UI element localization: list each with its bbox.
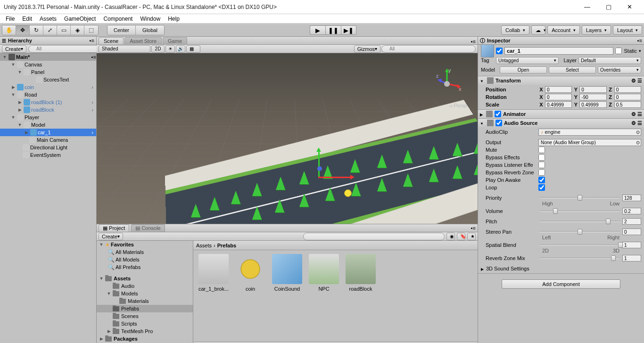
menu-file[interactable]: File: [2, 15, 18, 23]
step-button[interactable]: ▶❚: [341, 25, 356, 35]
layer-dropdown[interactable]: Default: [578, 57, 641, 64]
audio-toggle[interactable]: 🔊: [176, 45, 185, 53]
static-checkbox[interactable]: [615, 48, 622, 54]
add-component-button[interactable]: Add Component: [502, 279, 620, 289]
project-folder-tree[interactable]: ▼★ Favorites 🔍 All Materials 🔍 All Model…: [97, 241, 193, 343]
favorites-header[interactable]: ▼★ Favorites: [97, 241, 193, 248]
scale-x[interactable]: [545, 101, 572, 108]
search-filter-1[interactable]: ◉: [446, 233, 455, 240]
prefab-open-button[interactable]: Open: [500, 66, 547, 74]
pitch-slider[interactable]: [539, 220, 620, 222]
panel-menu-icon[interactable]: ▪≡: [471, 39, 476, 44]
asset-item[interactable]: coin: [234, 254, 267, 292]
tab-game[interactable]: Game: [163, 37, 187, 44]
layers-dropdown[interactable]: Layers: [582, 25, 611, 35]
save-favorite[interactable]: ★: [467, 233, 476, 240]
packages-folder[interactable]: ▶ Packages: [97, 335, 193, 343]
project-search[interactable]: [303, 233, 445, 240]
asset-item[interactable]: CoinSound: [271, 254, 304, 292]
collab-dropdown[interactable]: Collab: [501, 25, 529, 35]
rot-y[interactable]: [579, 94, 606, 100]
account-dropdown[interactable]: Account: [547, 25, 580, 35]
mode-2d-toggle[interactable]: 2D: [151, 45, 165, 53]
pitch-value[interactable]: [622, 218, 641, 225]
asset-grid[interactable]: car_1_brok... coin CoinSound NPC roadBlo…: [193, 250, 478, 342]
rotate-tool[interactable]: ↻: [30, 25, 43, 35]
reverb-slider[interactable]: [539, 257, 620, 259]
volume-value[interactable]: [622, 208, 641, 214]
hierarchy-item[interactable]: ▼ Road: [0, 91, 96, 98]
audiosource-header[interactable]: Audio Source ⚙ ☰: [478, 119, 644, 127]
scene-viewport[interactable]: y x z ◅ Persp: [97, 53, 478, 224]
hand-tool[interactable]: ✋: [2, 25, 16, 35]
audiosource-enabled[interactable]: [495, 120, 502, 126]
hierarchy-item[interactable]: Main Camera: [0, 136, 96, 144]
menu-assets[interactable]: Assets: [36, 15, 60, 23]
panel-menu-icon[interactable]: ▪≡: [471, 225, 476, 231]
maximize-button[interactable]: ▢: [598, 0, 619, 14]
inspector-tab[interactable]: ⓘ Inspector ▪≡: [478, 37, 644, 45]
overrides-dropdown[interactable]: Overrides: [598, 66, 641, 74]
pause-button[interactable]: ❚❚: [325, 25, 341, 35]
orientation-gizmo[interactable]: y x z: [430, 67, 463, 100]
hierarchy-item[interactable]: EventSystem: [0, 151, 96, 159]
asset-item[interactable]: car_1_brok...: [197, 254, 230, 292]
asset-item[interactable]: roadBlock: [344, 254, 377, 292]
draw-mode-dropdown[interactable]: Shaded: [99, 45, 150, 53]
layout-dropdown[interactable]: Layout: [613, 25, 642, 35]
hierarchy-item[interactable]: ▶ car_1›: [0, 129, 96, 136]
play-button[interactable]: ▶: [310, 25, 325, 35]
tab-console[interactable]: ▤ Console: [131, 224, 165, 232]
create-dropdown[interactable]: Create ▾: [2, 45, 26, 53]
panel-menu-icon[interactable]: ▪≡: [637, 38, 642, 43]
transform-header[interactable]: Transform ⚙ ☰: [478, 76, 644, 85]
scene-search[interactable]: [381, 45, 476, 53]
menu-help[interactable]: Help: [164, 15, 183, 23]
animator-enabled[interactable]: [495, 111, 501, 117]
cloud-button[interactable]: ☁: [531, 25, 545, 35]
reverb-value[interactable]: [622, 255, 641, 261]
tab-project[interactable]: ▦ Project: [99, 224, 129, 232]
hierarchy-tree[interactable]: ▼ Main* ▪≡ ▼ Canvas▼ Panel ScoresText▶ c…: [0, 53, 96, 343]
hierarchy-item[interactable]: ▼ Canvas: [0, 61, 96, 68]
bypass-listener-checkbox[interactable]: [538, 162, 545, 168]
bypass-effects-checkbox[interactable]: [538, 154, 545, 161]
stereo-value[interactable]: [622, 229, 641, 235]
hierarchy-search[interactable]: [28, 45, 104, 53]
gameobject-icon[interactable]: [481, 45, 494, 57]
pivot-center-toggle[interactable]: Center: [107, 25, 136, 35]
gizmos-dropdown[interactable]: Gizmos ▾: [354, 45, 380, 53]
menu-window[interactable]: Window: [136, 15, 164, 23]
project-create-dropdown[interactable]: Create ▾: [99, 233, 123, 240]
tag-dropdown[interactable]: Untagged: [496, 57, 559, 64]
hierarchy-item[interactable]: ▶ roadBlock (1)›: [0, 98, 96, 106]
hierarchy-tab[interactable]: ☰ Hierarchy ▪≡: [0, 37, 96, 45]
loop-checkbox[interactable]: [538, 184, 545, 191]
search-filter-2[interactable]: 🔖: [457, 233, 465, 240]
asset-item[interactable]: NPC: [307, 254, 340, 292]
menu-edit[interactable]: Edit: [18, 15, 36, 23]
audioclip-field[interactable]: ♪engine: [538, 129, 641, 136]
fx-dropdown[interactable]: ▦: [186, 45, 200, 53]
play-on-awake-checkbox[interactable]: [538, 177, 545, 183]
scale-y[interactable]: [579, 101, 606, 108]
hierarchy-item[interactable]: ▼ Panel: [0, 68, 96, 76]
menu-component[interactable]: Component: [99, 15, 136, 23]
bypass-reverb-checkbox[interactable]: [538, 169, 545, 176]
animator-header[interactable]: Animator ⚙ ☰: [478, 110, 644, 118]
move-tool[interactable]: ✥: [16, 25, 30, 35]
tab-asset-store[interactable]: Asset Store: [124, 37, 162, 44]
priority-value[interactable]: [622, 195, 641, 201]
stereo-slider[interactable]: [539, 231, 620, 233]
rect-tool[interactable]: ▭: [57, 25, 71, 35]
3d-sound-settings[interactable]: 3D Sound Settings: [481, 265, 641, 272]
close-button[interactable]: ✕: [619, 0, 640, 14]
assets-folder[interactable]: ▼ Assets: [97, 275, 193, 282]
hierarchy-item[interactable]: ▼ Model: [0, 121, 96, 129]
minimize-button[interactable]: —: [577, 0, 598, 14]
rot-x[interactable]: [545, 94, 572, 100]
volume-slider[interactable]: [539, 210, 620, 212]
coin-gizmo[interactable]: [344, 189, 352, 197]
tab-scene[interactable]: Scene: [99, 37, 124, 44]
priority-slider[interactable]: [539, 197, 620, 199]
